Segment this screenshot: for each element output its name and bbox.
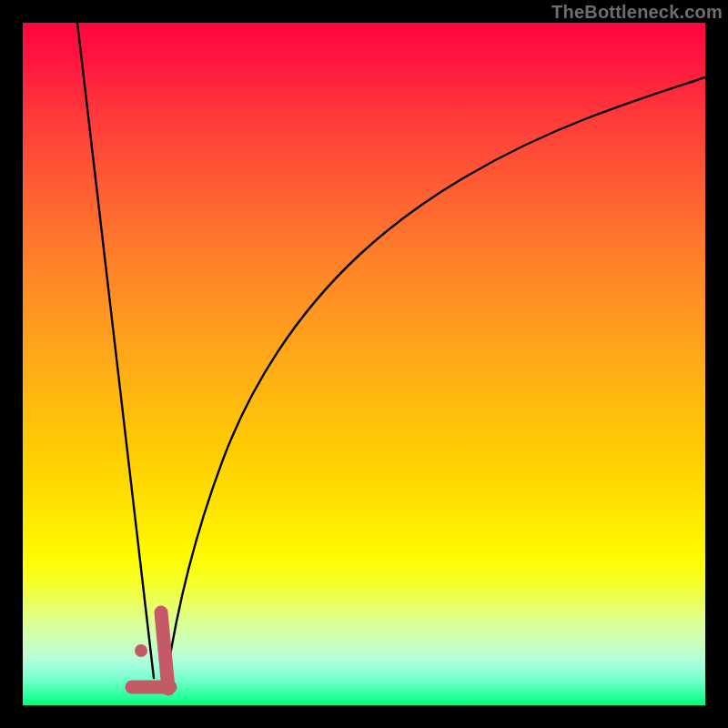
attribution-label: TheBottleneck.com [551,2,723,23]
marker-vertical [161,612,168,689]
plot-area [23,23,705,705]
chart-frame: TheBottleneck.com [0,0,728,728]
curve-group [77,23,705,678]
curve-right-branch [167,77,705,678]
plot-svg [23,23,705,705]
marker-dot [135,644,147,657]
curve-left-branch [77,23,154,678]
